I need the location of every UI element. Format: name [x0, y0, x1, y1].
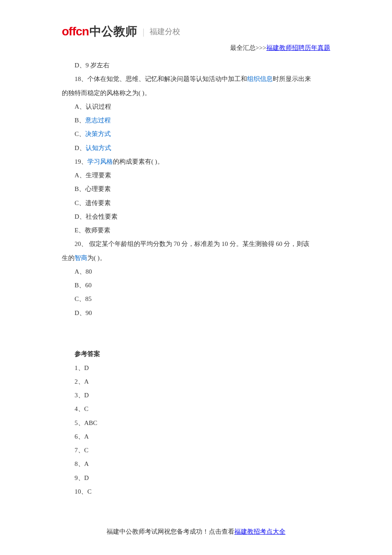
- q20-post: 为( )。: [87, 254, 106, 261]
- answer-4: 4、C: [62, 402, 330, 416]
- q18-text-b: 时所显示出来: [273, 75, 311, 82]
- q20-line2: 生的智商为( )。: [62, 251, 330, 265]
- q17-option-d: D、9 岁左右: [62, 58, 330, 72]
- answer-8: 8、A: [62, 457, 330, 471]
- q18-link-organize[interactable]: 组织信息: [247, 75, 273, 82]
- answer-5: 5、ABC: [62, 416, 330, 430]
- logo-latin: offcn: [62, 25, 89, 38]
- q19-option-b: B、心理要素: [62, 182, 330, 196]
- logo-chinese: 中公教师: [89, 23, 137, 40]
- summary-link[interactable]: 福建教师招聘历年真题: [266, 44, 330, 51]
- q18-option-c: C、决策方式: [62, 127, 330, 141]
- header-link-row: 最全汇总>>>福建教师招聘历年真题: [0, 44, 392, 52]
- answer-1: 1、D: [62, 361, 330, 375]
- answers-heading: 参考答案: [62, 347, 330, 361]
- page-footer: 福建中公教师考试网祝您备考成功！点击查看福建教招考点大全: [0, 528, 392, 536]
- q18-option-a: A、认识过程: [62, 100, 330, 113]
- answer-10: 10、C: [62, 485, 330, 498]
- q19-option-c: C、遗传要素: [62, 196, 330, 210]
- answer-9: 9、D: [62, 471, 330, 485]
- q18-b-prefix: B、: [75, 117, 85, 124]
- q18-d-link[interactable]: 认知方式: [86, 145, 111, 151]
- q18-d-prefix: D、: [75, 145, 86, 151]
- q20-link-iq[interactable]: 智商: [75, 254, 87, 261]
- q18-line1: 18、个体在知觉、思维、记忆和解决问题等认知活动中加工和组织信息时所显示出来: [62, 72, 330, 86]
- q18-b-link[interactable]: 意志过程: [85, 117, 111, 124]
- q19-post: 的构成要素有( )。: [113, 158, 164, 165]
- logo: offcn 中公教师: [62, 23, 137, 40]
- q19-question: 19、学习风格的构成要素有( )。: [62, 155, 330, 168]
- q19-option-e: E、教师要素: [62, 223, 330, 237]
- q19-prefix: 19、: [75, 158, 87, 165]
- q18-line2: 的独特而稳定的风格称之为( )。: [62, 86, 330, 100]
- q20-pre: 生的: [62, 254, 75, 261]
- q19-option-a: A、生理要素: [62, 168, 330, 182]
- page-header: offcn 中公教师 | 福建分校: [0, 0, 392, 40]
- answer-7: 7、C: [62, 443, 330, 457]
- footer-text: 福建中公教师考试网祝您备考成功！点击查看: [107, 528, 234, 535]
- q18-option-d: D、认知方式: [62, 141, 330, 155]
- q18-option-b: B、意志过程: [62, 113, 330, 127]
- answer-2: 2、A: [62, 375, 330, 388]
- summary-prefix: 最全汇总>>>: [230, 44, 266, 51]
- q20-line1: 20、 假定某个年龄组的平均分数为 70 分，标准差为 10 分。某生测验得 6…: [62, 237, 330, 251]
- q18-c-prefix: C、: [75, 130, 85, 137]
- q19-option-d: D、社会性要素: [62, 210, 330, 223]
- answer-3: 3、D: [62, 388, 330, 402]
- branch-label: 福建分校: [150, 26, 180, 37]
- q19-link[interactable]: 学习风格: [87, 158, 113, 165]
- logo-divider: |: [142, 26, 144, 37]
- content-area: D、9 岁左右 18、个体在知觉、思维、记忆和解决问题等认知活动中加工和组织信息…: [0, 52, 392, 498]
- q20-option-d: D、90: [62, 306, 330, 320]
- q20-option-a: A、80: [62, 265, 330, 278]
- q18-text-a: 18、个体在知觉、思维、记忆和解决问题等认知活动中加工和: [75, 75, 247, 82]
- q20-option-b: B、60: [62, 278, 330, 292]
- q18-c-link[interactable]: 决策方式: [85, 130, 111, 137]
- footer-link[interactable]: 福建教招考点大全: [234, 528, 285, 535]
- answer-6: 6、A: [62, 430, 330, 443]
- q20-option-c: C、85: [62, 292, 330, 306]
